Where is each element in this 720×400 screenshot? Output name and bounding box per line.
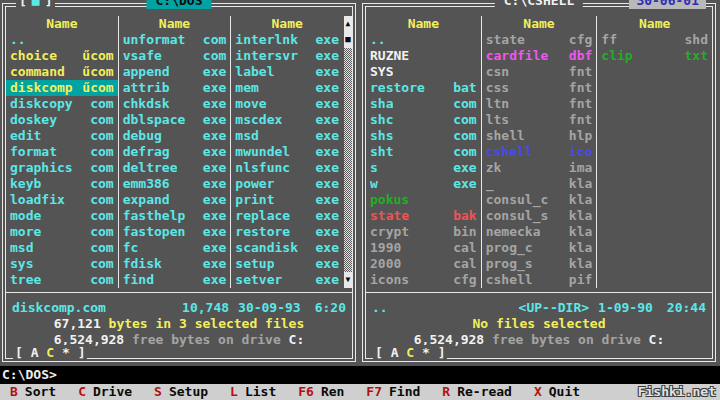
file-row[interactable]: intersvrexe — [231, 48, 343, 64]
file-row[interactable]: iconscfg — [366, 272, 481, 288]
hotkey-sort[interactable]: BSort — [10, 384, 56, 400]
file-row[interactable]: attribexe — [119, 80, 231, 96]
file-row[interactable]: scandiskexe — [231, 240, 343, 256]
drive-indicator[interactable]: [ A C * ] — [373, 345, 447, 361]
file-row[interactable]: shacom — [366, 96, 481, 112]
file-row[interactable]: mscdexexe — [231, 112, 343, 128]
hotkey-find[interactable]: F7Find — [366, 384, 420, 400]
file-row[interactable]: replaceexe — [231, 208, 343, 224]
file-row[interactable]: graphicscom — [6, 160, 118, 176]
drive-c[interactable]: C — [46, 345, 54, 360]
file-row[interactable]: moveexe — [231, 96, 343, 112]
file-row[interactable]: .. — [6, 32, 118, 48]
file-row[interactable]: vsafecom — [119, 48, 231, 64]
file-row[interactable]: memexe — [231, 80, 343, 96]
drive-a[interactable]: A — [31, 345, 39, 360]
file-row[interactable]: fasthelpexe — [119, 208, 231, 224]
file-row[interactable]: 2000cal — [366, 256, 481, 272]
file-row[interactable]: doskeycom — [6, 112, 118, 128]
file-row[interactable]: nemeckakla — [482, 224, 597, 240]
file-row[interactable]: treecom — [6, 272, 118, 288]
file-row[interactable]: dblspaceexe — [119, 112, 231, 128]
file-row[interactable]: csnfnt — [482, 64, 597, 80]
file-row[interactable]: statebak — [366, 208, 481, 224]
file-row[interactable]: cliptxt — [597, 48, 712, 64]
file-row[interactable]: appendexe — [119, 64, 231, 80]
file-row[interactable]: cshellpif — [482, 272, 597, 288]
file-row[interactable]: consul_skla — [482, 208, 597, 224]
drive-c[interactable]: C — [406, 345, 414, 360]
drive-star[interactable]: * — [62, 345, 70, 360]
file-row[interactable]: ltsfnt — [482, 112, 597, 128]
file-row[interactable]: commandűcom — [6, 64, 118, 80]
file-row-cursor[interactable]: diskcompűcom — [6, 80, 118, 96]
file-row[interactable]: cssfnt — [482, 80, 597, 96]
file-row[interactable]: nlsfuncexe — [231, 160, 343, 176]
hotkey-quit[interactable]: XQuit — [534, 384, 580, 400]
scroll-up-icon[interactable]: ▲ — [344, 16, 352, 32]
file-row[interactable]: choiceűcom — [6, 48, 118, 64]
file-row[interactable]: cryptbin — [366, 224, 481, 240]
file-row[interactable]: RUZNE — [366, 48, 481, 64]
hotkey-setup[interactable]: SSetup — [154, 384, 208, 400]
file-row[interactable]: diskcopycom — [6, 96, 118, 112]
file-row[interactable]: fastopenexe — [119, 224, 231, 240]
file-row[interactable]: defragexe — [119, 144, 231, 160]
file-row[interactable]: expandexe — [119, 192, 231, 208]
file-row[interactable]: unformatcom — [119, 32, 231, 48]
file-row[interactable]: restorebat — [366, 80, 481, 96]
file-row[interactable]: chkdskexe — [119, 96, 231, 112]
file-row[interactable]: powerexe — [231, 176, 343, 192]
drive-indicator[interactable]: [ A C * ] — [13, 345, 87, 361]
hotkey-list[interactable]: LList — [230, 384, 276, 400]
scroll-thumb[interactable]: ■ — [344, 32, 352, 48]
file-row[interactable]: prog_ckla — [482, 240, 597, 256]
file-row[interactable]: .. — [366, 32, 481, 48]
file-row[interactable]: ffshd — [597, 32, 712, 48]
file-row[interactable]: editcom — [6, 128, 118, 144]
file-row[interactable]: statecfg — [482, 32, 597, 48]
file-row[interactable]: morecom — [6, 224, 118, 240]
file-row[interactable]: emm386exe — [119, 176, 231, 192]
file-row[interactable]: zkima — [482, 160, 597, 176]
file-row[interactable]: msdexe — [231, 128, 343, 144]
file-row[interactable]: fcexe — [119, 240, 231, 256]
file-row[interactable]: _kla — [482, 176, 597, 192]
file-row[interactable]: setverexe — [231, 272, 343, 288]
file-row[interactable]: SYS — [366, 64, 481, 80]
file-row[interactable]: interlnkexe — [231, 32, 343, 48]
file-row[interactable]: labelexe — [231, 64, 343, 80]
panel-title-left[interactable]: C:\DOS — [147, 0, 212, 9]
scroll-down-icon[interactable]: ▼ — [344, 272, 352, 288]
file-row[interactable]: wexe — [366, 176, 481, 192]
file-row[interactable]: keybcom — [6, 176, 118, 192]
file-row[interactable]: fdiskexe — [119, 256, 231, 272]
hotkey-ren[interactable]: F6Ren — [298, 384, 344, 400]
file-row[interactable]: debugexe — [119, 128, 231, 144]
file-row[interactable]: shscom — [366, 128, 481, 144]
scroll-track[interactable] — [344, 48, 352, 272]
file-row[interactable]: msdcom — [6, 240, 118, 256]
hotkey-re-read[interactable]: RRe-read — [442, 384, 512, 400]
file-row[interactable]: modecom — [6, 208, 118, 224]
file-row[interactable]: pokus — [366, 192, 481, 208]
file-row[interactable]: setupexe — [231, 256, 343, 272]
scrollbar[interactable]: ▲ ■ ▼ — [344, 16, 352, 288]
command-line[interactable]: C:\DOS> — [0, 366, 720, 384]
file-row[interactable]: consul_ckla — [482, 192, 597, 208]
file-row[interactable]: ltnfnt — [482, 96, 597, 112]
file-row[interactable]: mwundelexe — [231, 144, 343, 160]
hotkey-drive[interactable]: CDrive — [78, 384, 132, 400]
file-row[interactable]: cardfiledbf — [482, 48, 597, 64]
drive-star[interactable]: * — [422, 345, 430, 360]
file-row[interactable]: prog_skla — [482, 256, 597, 272]
file-row[interactable]: loadfixcom — [6, 192, 118, 208]
file-row[interactable]: cshellico — [482, 144, 597, 160]
file-row[interactable]: sexe — [366, 160, 481, 176]
file-row[interactable]: shccom — [366, 112, 481, 128]
file-row[interactable]: shellhlp — [482, 128, 597, 144]
file-row[interactable]: findexe — [119, 272, 231, 288]
panel-title-right[interactable]: C:\CSHELL — [495, 0, 583, 9]
file-row[interactable]: formatcom — [6, 144, 118, 160]
close-button[interactable]: [■] — [16, 0, 55, 9]
